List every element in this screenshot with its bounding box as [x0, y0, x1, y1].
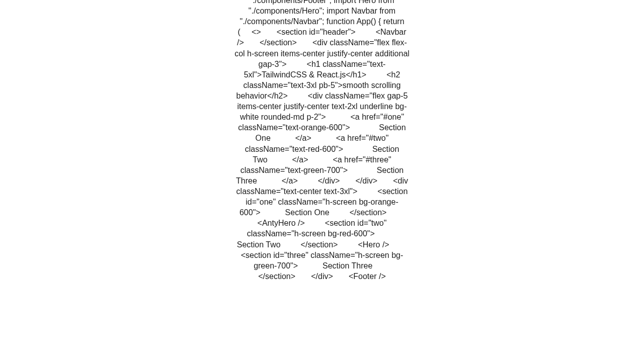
- code-text: "./components/Footer"; import Hero from …: [234, 0, 410, 281]
- code-snippet: "./components/Footer"; import Hero from …: [234, 0, 410, 282]
